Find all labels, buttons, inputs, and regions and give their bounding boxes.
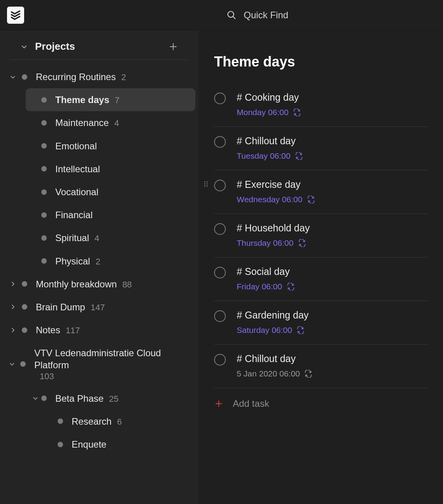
sidebar-item[interactable]: Notes117 [2,318,196,341]
task-due-text: 5 Jan 2020 06:00 [237,369,300,378]
project-color-dot [22,304,27,310]
task-checkbox[interactable] [214,180,226,191]
task-checkbox[interactable] [214,354,226,366]
sidebar-item[interactable]: Brain Dump147 [2,296,196,318]
project-label: Intellectual [55,163,100,175]
sidebar-item[interactable]: Vocational [26,180,195,203]
chevron-down-icon [6,74,19,80]
svg-point-0 [228,11,234,17]
sidebar-item[interactable]: VTV Ledenadministratie Cloud Platform103 [2,341,196,387]
sidebar-item[interactable]: Monthly breakdown88 [2,273,196,296]
svg-point-5 [207,181,208,182]
recurring-icon [304,370,312,378]
project-label: Spiritual [55,232,89,244]
project-label: Enquete [72,438,106,450]
task-checkbox[interactable] [214,267,226,278]
sidebar-item[interactable]: Emotional [26,135,195,158]
sidebar-item[interactable]: Intellectual [26,158,195,180]
plus-icon [214,399,223,408]
projects-header[interactable]: Projects [9,37,189,60]
svg-point-4 [204,181,206,182]
task-row[interactable]: # Household dayThursday 06:00 [214,214,427,257]
project-color-dot [41,212,47,218]
add-project-button[interactable] [168,42,178,52]
project-label: Vocational [55,186,98,198]
sidebar-item[interactable]: Maintenance4 [26,111,195,134]
project-count: 103 [40,371,54,382]
page-title: Theme days [214,54,427,70]
app-logo[interactable] [7,7,24,24]
chevron-right-icon [6,303,19,310]
project-count: 6 [117,417,122,427]
project-color-dot [41,189,47,195]
sidebar-item[interactable]: Physical2 [26,250,195,273]
task-row[interactable]: # Social dayFriday 06:00 [214,257,427,301]
task-due: Saturday 06:00 [237,326,427,335]
task-checkbox[interactable] [214,310,226,322]
chevron-down-icon [6,360,18,368]
task-row[interactable]: # Exercise dayWednesday 06:00 [214,170,427,214]
task-checkbox[interactable] [214,136,226,148]
task-title: # Exercise day [237,179,427,190]
chevron-right-icon [6,280,19,287]
task-due: Friday 06:00 [237,282,427,291]
sidebar-item[interactable]: Enquete [42,433,195,456]
project-color-dot [41,166,47,172]
sidebar-item[interactable]: Theme days7 [26,88,195,111]
sidebar-item[interactable]: Research6 [42,410,195,433]
project-count: 2 [95,257,100,267]
task-title: # Chillout day [237,353,427,364]
search-icon [227,10,237,20]
task-due: Tuesday 06:00 [237,151,427,161]
task-title: # Gardening day [237,310,427,321]
task-checkbox[interactable] [214,93,226,104]
task-row[interactable]: # Chillout day5 Jan 2020 06:00 [214,345,427,388]
project-label: Notes [36,324,60,336]
quick-find[interactable]: Quick Find [227,10,288,21]
project-color-dot [58,442,63,447]
project-color-dot [41,258,47,264]
main-content: Theme days # Cooking dayMonday 06:00# Ch… [199,30,443,504]
project-color-dot [41,143,47,149]
task-title: # Social day [237,266,427,277]
project-label: Physical [55,255,90,267]
add-task-label: Add task [233,398,269,409]
recurring-icon [295,152,303,160]
task-row[interactable]: # Cooking dayMonday 06:00 [214,83,427,127]
project-count: 147 [91,303,105,313]
task-due-text: Tuesday 06:00 [237,151,290,161]
task-due-text: Thursday 06:00 [237,238,294,248]
project-label: Research [72,415,112,427]
task-checkbox[interactable] [214,223,226,235]
sidebar-item[interactable]: Recurring Routines2 [2,65,196,88]
sidebar-item[interactable]: Financial [26,203,195,226]
task-row[interactable]: # Gardening daySaturday 06:00 [214,301,427,345]
task-due: Monday 06:00 [237,108,427,117]
add-task-button[interactable]: Add task [214,388,427,419]
project-color-dot [58,418,63,424]
project-label: Financial [55,209,93,221]
task-due-text: Monday 06:00 [237,108,288,117]
drag-handle-icon[interactable] [202,180,209,187]
projects-title: Projects [35,40,75,52]
project-color-dot [41,235,47,241]
chevron-down-icon [20,43,28,51]
chevron-down-icon [29,395,42,402]
task-title: # Chillout day [237,135,427,147]
project-count: 2 [121,72,126,82]
project-label: Monthly breakdown [36,278,117,290]
sidebar-item[interactable]: Spiritual4 [26,226,195,249]
project-color-dot [22,281,27,287]
recurring-icon [298,239,306,247]
project-count: 4 [95,233,99,243]
chevron-right-icon [6,327,19,334]
project-label: VTV Ledenadministratie Cloud Platform [34,347,196,371]
sidebar-item[interactable]: Beta Phase25 [26,387,195,410]
project-label: Beta Phase [55,392,104,404]
sidebar: Projects Recurring Routines2Theme days7M… [0,30,199,504]
task-row[interactable]: # Chillout dayTuesday 06:00 [214,127,427,170]
project-color-dot [41,97,47,103]
recurring-icon [287,283,295,290]
top-bar: Quick Find [0,0,443,30]
project-count: 4 [114,118,119,128]
